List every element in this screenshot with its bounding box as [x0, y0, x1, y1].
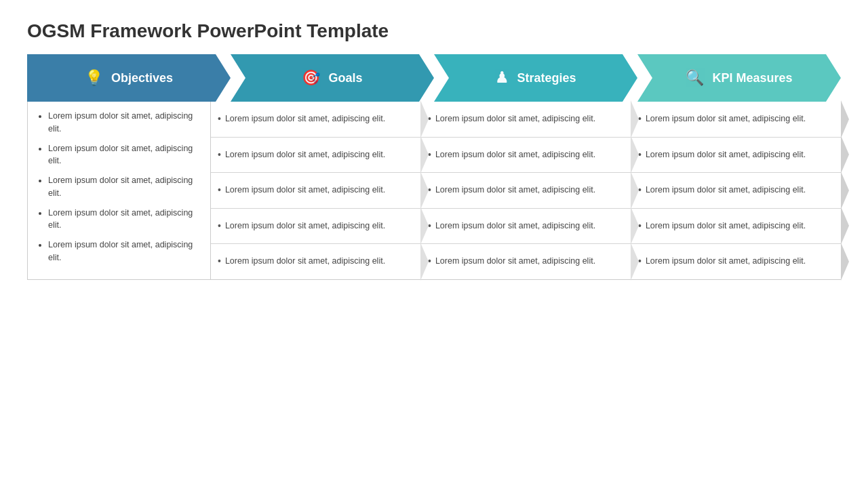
cell-text: Lorem ipsum dolor sit amet, adipiscing e…: [435, 148, 595, 161]
objectives-list: Lorem ipsum dolor sit amet, adipiscing e…: [35, 110, 201, 264]
objectives-icon: 💡: [85, 69, 103, 87]
table-row: • Lorem ipsum dolor sit amet, adipiscing…: [211, 209, 420, 245]
table-row: • Lorem ipsum dolor sit amet, adipiscing…: [211, 173, 420, 209]
table-row: • Lorem ipsum dolor sit amet, adipiscing…: [421, 173, 631, 209]
strategies-column: • Lorem ipsum dolor sit amet, adipiscing…: [421, 102, 631, 279]
cell-text: Lorem ipsum dolor sit amet, adipiscing e…: [225, 255, 385, 268]
cell-text: Lorem ipsum dolor sit amet, adipiscing e…: [646, 113, 806, 125]
bullet-dot: •: [218, 113, 221, 124]
cell-text: Lorem ipsum dolor sit amet, adipiscing e…: [646, 220, 806, 232]
right-columns: • Lorem ipsum dolor sit amet, adipiscing…: [211, 102, 841, 279]
strategies-icon: ♟: [495, 69, 509, 87]
cell-text: Lorem ipsum dolor sit amet, adipiscing e…: [225, 220, 385, 232]
page-title: OGSM Framework PowerPoint Template: [27, 20, 841, 42]
cell-text: Lorem ipsum dolor sit amet, adipiscing e…: [435, 113, 595, 125]
table-row: • Lorem ipsum dolor sit amet, adipiscing…: [631, 209, 841, 245]
list-item: Lorem ipsum dolor sit amet, adipiscing e…: [48, 207, 201, 232]
table-row: • Lorem ipsum dolor sit amet, adipiscing…: [211, 102, 420, 138]
header-kpi-label: KPI Measures: [712, 71, 792, 85]
table-row: • Lorem ipsum dolor sit amet, adipiscing…: [421, 244, 631, 279]
cell-text: Lorem ipsum dolor sit amet, adipiscing e…: [646, 148, 806, 161]
cell-text: Lorem ipsum dolor sit amet, adipiscing e…: [225, 113, 385, 125]
table-row: • Lorem ipsum dolor sit amet, adipiscing…: [631, 244, 841, 279]
bullet-dot: •: [218, 149, 221, 160]
bullet-dot: •: [218, 184, 221, 195]
content-area: Lorem ipsum dolor sit amet, adipiscing e…: [27, 102, 841, 280]
table-row: • Lorem ipsum dolor sit amet, adipiscing…: [631, 173, 841, 209]
bullet-dot: •: [218, 220, 221, 231]
table-row: • Lorem ipsum dolor sit amet, adipiscing…: [421, 209, 631, 245]
kpi-icon: 🔍: [686, 69, 704, 87]
bullet-dot: •: [218, 256, 221, 266]
cell-text: Lorem ipsum dolor sit amet, adipiscing e…: [646, 255, 806, 268]
list-item: Lorem ipsum dolor sit amet, adipiscing e…: [48, 239, 201, 264]
header-objectives: 💡 Objectives: [27, 54, 231, 102]
header-strategies: ♟ Strategies: [434, 54, 637, 102]
header-row: 💡 Objectives 🎯 Goals ♟ Strategies 🔍 KPI …: [27, 54, 841, 102]
cell-text: Lorem ipsum dolor sit amet, adipiscing e…: [646, 184, 806, 197]
cell-text: Lorem ipsum dolor sit amet, adipiscing e…: [435, 220, 595, 232]
table-row: • Lorem ipsum dolor sit amet, adipiscing…: [631, 102, 841, 138]
goals-column: • Lorem ipsum dolor sit amet, adipiscing…: [211, 102, 421, 279]
list-item: Lorem ipsum dolor sit amet, adipiscing e…: [48, 110, 201, 136]
header-strategies-label: Strategies: [517, 71, 576, 85]
cell-text: Lorem ipsum dolor sit amet, adipiscing e…: [225, 184, 385, 197]
goals-icon: 🎯: [302, 69, 320, 87]
header-goals: 🎯 Goals: [231, 54, 434, 102]
header-objectives-label: Objectives: [111, 71, 173, 85]
table-row: • Lorem ipsum dolor sit amet, adipiscing…: [421, 138, 631, 174]
kpi-column: • Lorem ipsum dolor sit amet, adipiscing…: [631, 102, 841, 279]
header-kpi: 🔍 KPI Measures: [637, 54, 841, 102]
table-row: • Lorem ipsum dolor sit amet, adipiscing…: [211, 244, 420, 279]
table-row: • Lorem ipsum dolor sit amet, adipiscing…: [211, 138, 420, 174]
table-row: • Lorem ipsum dolor sit amet, adipiscing…: [631, 138, 841, 174]
list-item: Lorem ipsum dolor sit amet, adipiscing e…: [48, 174, 201, 200]
header-goals-label: Goals: [328, 71, 362, 85]
cell-text: Lorem ipsum dolor sit amet, adipiscing e…: [435, 184, 595, 197]
table-row: • Lorem ipsum dolor sit amet, adipiscing…: [421, 102, 631, 138]
list-item: Lorem ipsum dolor sit amet, adipiscing e…: [48, 142, 201, 168]
objectives-column: Lorem ipsum dolor sit amet, adipiscing e…: [28, 102, 211, 279]
cell-text: Lorem ipsum dolor sit amet, adipiscing e…: [225, 148, 385, 161]
cell-text: Lorem ipsum dolor sit amet, adipiscing e…: [435, 255, 595, 268]
